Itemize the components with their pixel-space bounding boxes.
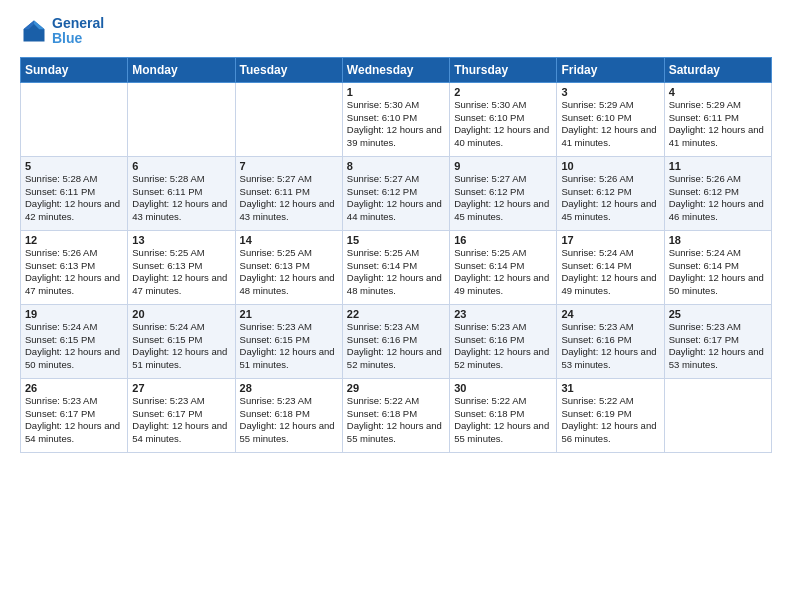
- day-number: 29: [347, 382, 445, 394]
- day-info: Sunrise: 5:25 AM Sunset: 6:14 PM Dayligh…: [454, 247, 552, 298]
- day-number: 30: [454, 382, 552, 394]
- day-cell: 4Sunrise: 5:29 AM Sunset: 6:11 PM Daylig…: [664, 82, 771, 156]
- day-cell: 16Sunrise: 5:25 AM Sunset: 6:14 PM Dayli…: [450, 230, 557, 304]
- week-row-1: 1Sunrise: 5:30 AM Sunset: 6:10 PM Daylig…: [21, 82, 772, 156]
- day-number: 5: [25, 160, 123, 172]
- day-number: 25: [669, 308, 767, 320]
- day-cell: 21Sunrise: 5:23 AM Sunset: 6:15 PM Dayli…: [235, 304, 342, 378]
- day-number: 7: [240, 160, 338, 172]
- calendar-body: 1Sunrise: 5:30 AM Sunset: 6:10 PM Daylig…: [21, 82, 772, 452]
- day-cell: 23Sunrise: 5:23 AM Sunset: 6:16 PM Dayli…: [450, 304, 557, 378]
- day-info: Sunrise: 5:27 AM Sunset: 6:11 PM Dayligh…: [240, 173, 338, 224]
- day-cell: 2Sunrise: 5:30 AM Sunset: 6:10 PM Daylig…: [450, 82, 557, 156]
- day-number: 15: [347, 234, 445, 246]
- day-number: 6: [132, 160, 230, 172]
- day-info: Sunrise: 5:26 AM Sunset: 6:12 PM Dayligh…: [561, 173, 659, 224]
- day-number: 14: [240, 234, 338, 246]
- day-cell: 11Sunrise: 5:26 AM Sunset: 6:12 PM Dayli…: [664, 156, 771, 230]
- day-cell: [128, 82, 235, 156]
- day-info: Sunrise: 5:30 AM Sunset: 6:10 PM Dayligh…: [454, 99, 552, 150]
- day-cell: 18Sunrise: 5:24 AM Sunset: 6:14 PM Dayli…: [664, 230, 771, 304]
- day-cell: [664, 378, 771, 452]
- day-cell: 27Sunrise: 5:23 AM Sunset: 6:17 PM Dayli…: [128, 378, 235, 452]
- day-info: Sunrise: 5:23 AM Sunset: 6:16 PM Dayligh…: [454, 321, 552, 372]
- day-info: Sunrise: 5:26 AM Sunset: 6:13 PM Dayligh…: [25, 247, 123, 298]
- day-cell: 3Sunrise: 5:29 AM Sunset: 6:10 PM Daylig…: [557, 82, 664, 156]
- day-number: 19: [25, 308, 123, 320]
- day-info: Sunrise: 5:22 AM Sunset: 6:18 PM Dayligh…: [347, 395, 445, 446]
- col-tuesday: Tuesday: [235, 57, 342, 82]
- day-number: 2: [454, 86, 552, 98]
- day-cell: 28Sunrise: 5:23 AM Sunset: 6:18 PM Dayli…: [235, 378, 342, 452]
- day-info: Sunrise: 5:24 AM Sunset: 6:15 PM Dayligh…: [25, 321, 123, 372]
- day-cell: 7Sunrise: 5:27 AM Sunset: 6:11 PM Daylig…: [235, 156, 342, 230]
- day-cell: [235, 82, 342, 156]
- day-number: 24: [561, 308, 659, 320]
- day-cell: 24Sunrise: 5:23 AM Sunset: 6:16 PM Dayli…: [557, 304, 664, 378]
- day-info: Sunrise: 5:22 AM Sunset: 6:18 PM Dayligh…: [454, 395, 552, 446]
- week-row-2: 5Sunrise: 5:28 AM Sunset: 6:11 PM Daylig…: [21, 156, 772, 230]
- day-cell: 17Sunrise: 5:24 AM Sunset: 6:14 PM Dayli…: [557, 230, 664, 304]
- day-number: 23: [454, 308, 552, 320]
- day-number: 12: [25, 234, 123, 246]
- day-cell: 30Sunrise: 5:22 AM Sunset: 6:18 PM Dayli…: [450, 378, 557, 452]
- logo: General Blue: [20, 16, 104, 47]
- day-cell: 20Sunrise: 5:24 AM Sunset: 6:15 PM Dayli…: [128, 304, 235, 378]
- day-info: Sunrise: 5:30 AM Sunset: 6:10 PM Dayligh…: [347, 99, 445, 150]
- week-row-5: 26Sunrise: 5:23 AM Sunset: 6:17 PM Dayli…: [21, 378, 772, 452]
- day-info: Sunrise: 5:25 AM Sunset: 6:14 PM Dayligh…: [347, 247, 445, 298]
- col-monday: Monday: [128, 57, 235, 82]
- day-info: Sunrise: 5:24 AM Sunset: 6:14 PM Dayligh…: [669, 247, 767, 298]
- day-number: 26: [25, 382, 123, 394]
- day-cell: [21, 82, 128, 156]
- day-info: Sunrise: 5:29 AM Sunset: 6:10 PM Dayligh…: [561, 99, 659, 150]
- day-info: Sunrise: 5:27 AM Sunset: 6:12 PM Dayligh…: [347, 173, 445, 224]
- col-wednesday: Wednesday: [342, 57, 449, 82]
- day-number: 9: [454, 160, 552, 172]
- day-info: Sunrise: 5:23 AM Sunset: 6:16 PM Dayligh…: [561, 321, 659, 372]
- day-number: 28: [240, 382, 338, 394]
- col-saturday: Saturday: [664, 57, 771, 82]
- day-info: Sunrise: 5:27 AM Sunset: 6:12 PM Dayligh…: [454, 173, 552, 224]
- col-friday: Friday: [557, 57, 664, 82]
- day-number: 20: [132, 308, 230, 320]
- day-info: Sunrise: 5:22 AM Sunset: 6:19 PM Dayligh…: [561, 395, 659, 446]
- day-cell: 9Sunrise: 5:27 AM Sunset: 6:12 PM Daylig…: [450, 156, 557, 230]
- day-cell: 19Sunrise: 5:24 AM Sunset: 6:15 PM Dayli…: [21, 304, 128, 378]
- day-cell: 26Sunrise: 5:23 AM Sunset: 6:17 PM Dayli…: [21, 378, 128, 452]
- day-cell: 8Sunrise: 5:27 AM Sunset: 6:12 PM Daylig…: [342, 156, 449, 230]
- day-cell: 6Sunrise: 5:28 AM Sunset: 6:11 PM Daylig…: [128, 156, 235, 230]
- day-number: 8: [347, 160, 445, 172]
- header: General Blue: [20, 16, 772, 47]
- day-info: Sunrise: 5:23 AM Sunset: 6:17 PM Dayligh…: [132, 395, 230, 446]
- day-info: Sunrise: 5:24 AM Sunset: 6:15 PM Dayligh…: [132, 321, 230, 372]
- day-cell: 25Sunrise: 5:23 AM Sunset: 6:17 PM Dayli…: [664, 304, 771, 378]
- day-cell: 14Sunrise: 5:25 AM Sunset: 6:13 PM Dayli…: [235, 230, 342, 304]
- day-info: Sunrise: 5:26 AM Sunset: 6:12 PM Dayligh…: [669, 173, 767, 224]
- day-info: Sunrise: 5:23 AM Sunset: 6:18 PM Dayligh…: [240, 395, 338, 446]
- day-cell: 29Sunrise: 5:22 AM Sunset: 6:18 PM Dayli…: [342, 378, 449, 452]
- day-number: 13: [132, 234, 230, 246]
- header-row: Sunday Monday Tuesday Wednesday Thursday…: [21, 57, 772, 82]
- day-cell: 12Sunrise: 5:26 AM Sunset: 6:13 PM Dayli…: [21, 230, 128, 304]
- day-info: Sunrise: 5:28 AM Sunset: 6:11 PM Dayligh…: [132, 173, 230, 224]
- day-cell: 5Sunrise: 5:28 AM Sunset: 6:11 PM Daylig…: [21, 156, 128, 230]
- week-row-4: 19Sunrise: 5:24 AM Sunset: 6:15 PM Dayli…: [21, 304, 772, 378]
- day-number: 11: [669, 160, 767, 172]
- col-sunday: Sunday: [21, 57, 128, 82]
- calendar-table: Sunday Monday Tuesday Wednesday Thursday…: [20, 57, 772, 453]
- day-cell: 10Sunrise: 5:26 AM Sunset: 6:12 PM Dayli…: [557, 156, 664, 230]
- day-info: Sunrise: 5:28 AM Sunset: 6:11 PM Dayligh…: [25, 173, 123, 224]
- day-cell: 13Sunrise: 5:25 AM Sunset: 6:13 PM Dayli…: [128, 230, 235, 304]
- logo-text: General Blue: [52, 16, 104, 47]
- day-number: 17: [561, 234, 659, 246]
- day-number: 1: [347, 86, 445, 98]
- day-info: Sunrise: 5:25 AM Sunset: 6:13 PM Dayligh…: [240, 247, 338, 298]
- week-row-3: 12Sunrise: 5:26 AM Sunset: 6:13 PM Dayli…: [21, 230, 772, 304]
- day-number: 18: [669, 234, 767, 246]
- day-number: 3: [561, 86, 659, 98]
- day-number: 4: [669, 86, 767, 98]
- day-number: 16: [454, 234, 552, 246]
- logo-icon: [20, 17, 48, 45]
- day-cell: 1Sunrise: 5:30 AM Sunset: 6:10 PM Daylig…: [342, 82, 449, 156]
